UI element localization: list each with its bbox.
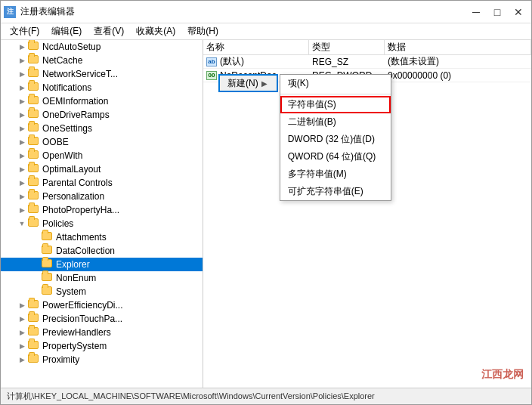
tree-item[interactable]: NonEnum <box>1 271 203 285</box>
tree-item-label: OneSettings <box>42 123 92 134</box>
minimize-button[interactable]: ─ <box>466 4 486 20</box>
tree-item-label: OptimalLayout <box>42 164 101 175</box>
status-path: 计算机\HKEY_LOCAL_MACHINE\SOFTWARE\Microsof… <box>7 391 375 402</box>
status-bar: 计算机\HKEY_LOCAL_MACHINE\SOFTWARE\Microsof… <box>1 388 531 404</box>
content-area: ▶NcdAutoSetup▶NetCache▶NetworkServiceT..… <box>1 40 531 388</box>
menu-item-文件[interactable]: 文件(F) <box>4 23 45 39</box>
submenu-item[interactable]: 多字符串值(M) <box>280 165 391 183</box>
tree-item-label: Policies <box>42 218 73 229</box>
folder-icon <box>28 164 40 175</box>
tree-item[interactable]: ▶OpenWith <box>1 149 203 162</box>
tree-item[interactable]: ▶OneSettings <box>1 122 203 135</box>
folder-icon <box>28 327 40 338</box>
folder-icon <box>28 69 40 79</box>
folder-icon <box>28 42 40 52</box>
window-title: 注册表编辑器 <box>20 5 75 18</box>
menu-item-收藏夹[interactable]: 收藏夹(A) <box>130 23 181 39</box>
submenu-item[interactable]: QWORD (64 位)值(Q) <box>280 148 391 165</box>
tree-item[interactable]: ▶Parental Controls <box>1 176 203 190</box>
tree-item[interactable]: ▶NetworkServiceT... <box>1 67 203 81</box>
tree-arrow-icon <box>29 245 42 257</box>
folder-icon <box>28 341 40 351</box>
folder-icon <box>28 178 40 188</box>
tree-item-label: Proximity <box>42 354 79 365</box>
tree-item-label: NcdAutoSetup <box>42 42 101 52</box>
tree-arrow-icon: ▶ <box>16 190 28 202</box>
tree-item[interactable]: ▶PhotoPropertyHa... <box>1 203 203 217</box>
cell-data: (数值未设置) <box>385 55 531 68</box>
menu-item-帮助[interactable]: 帮助(H) <box>181 23 224 39</box>
detail-row[interactable]: ab(默认)REG_SZ(数值未设置) <box>203 55 531 69</box>
new-button[interactable]: 新建(N) ▶ <box>218 74 278 92</box>
tree-item[interactable]: ▶PropertySystem <box>1 339 203 353</box>
submenu-item[interactable]: 字符串值(S) <box>280 96 391 113</box>
tree-item[interactable]: ▶Notifications <box>1 81 203 94</box>
tree-item[interactable]: ▶OptimalLayout <box>1 162 203 176</box>
reg-value-icon: ab <box>206 57 217 66</box>
submenu-item[interactable]: 项(K) <box>280 75 391 92</box>
tree-scroll[interactable]: ▶NcdAutoSetup▶NetCache▶NetworkServiceT..… <box>1 40 203 388</box>
tree-item[interactable]: ▶OOBE <box>1 135 203 149</box>
detail-panel: 名称 类型 数据 ab(默认)REG_SZ(数值未设置)00NoRecentDo… <box>203 40 531 388</box>
new-button-arrow: ▶ <box>261 79 268 88</box>
folder-icon <box>42 232 54 243</box>
tree-item[interactable]: ▶PrecisionTouchPa... <box>1 312 203 326</box>
col-header-data: 数据 <box>385 40 531 54</box>
tree-item[interactable]: ▶Personalization <box>1 190 203 203</box>
tree-item-label: Explorer <box>56 259 90 270</box>
cell-data: 0x00000000 (0) <box>385 70 531 81</box>
tree-arrow-icon: ▶ <box>16 204 28 216</box>
tree-arrow-icon: ▶ <box>16 299 28 311</box>
tree-item-label: Personalization <box>42 191 104 202</box>
title-left: 注 注册表编辑器 <box>4 5 75 18</box>
folder-icon <box>28 82 40 93</box>
title-bar: 注 注册表编辑器 ─ □ ✕ <box>1 1 531 23</box>
folder-icon <box>28 137 40 147</box>
tree-item-label: PreviewHandlers <box>42 327 111 338</box>
tree-arrow-icon: ▶ <box>16 340 28 352</box>
tree-item[interactable]: ▶PreviewHandlers <box>1 326 203 339</box>
tree-item[interactable]: ▶PowerEfficiencyDi... <box>1 298 203 312</box>
folder-icon <box>28 191 40 202</box>
value-name: (默认) <box>220 55 244 68</box>
submenu-item[interactable]: DWORD (32 位)值(D) <box>280 131 391 148</box>
tree-item[interactable]: ▼Policies <box>1 217 203 230</box>
tree-arrow-icon: ▶ <box>16 150 28 162</box>
menu-item-编辑[interactable]: 编辑(E) <box>45 23 88 39</box>
folder-icon <box>28 354 40 365</box>
tree-item[interactable]: ▶NcdAutoSetup <box>1 40 203 54</box>
detail-header: 名称 类型 数据 <box>203 40 531 55</box>
tree-item[interactable]: Attachments <box>1 230 203 244</box>
tree-arrow-icon <box>29 258 42 271</box>
tree-item[interactable]: ▶NetCache <box>1 54 203 67</box>
tree-item[interactable]: System <box>1 285 203 298</box>
reg-value-icon: 00 <box>206 71 217 80</box>
tree-item-label: Attachments <box>56 232 107 243</box>
tree-arrow-icon: ▶ <box>16 109 28 121</box>
folder-icon <box>42 286 54 297</box>
tree-item-label: OOBE <box>42 137 69 147</box>
tree-panel: ▶NcdAutoSetup▶NetCache▶NetworkServiceT..… <box>1 40 203 388</box>
tree-item[interactable]: ▶OEMInformation <box>1 94 203 108</box>
cell-type: REG_SZ <box>309 57 385 67</box>
tree-arrow-icon: ▶ <box>16 136 28 148</box>
folder-icon <box>42 273 54 283</box>
close-button[interactable]: ✕ <box>509 4 528 20</box>
tree-item[interactable]: DataCollection <box>1 244 203 258</box>
tree-item[interactable]: ▶Proximity <box>1 353 203 366</box>
menu-item-查看[interactable]: 查看(V) <box>88 23 130 39</box>
context-overlay: 新建(N) ▶ 项(K)字符串值(S)二进制值(B)DWORD (32 位)值(… <box>218 74 391 201</box>
tree-item[interactable]: ▶OneDriveRamps <box>1 108 203 122</box>
tree-item[interactable]: Explorer <box>1 258 203 271</box>
tree-arrow-icon <box>29 286 42 298</box>
submenu-item[interactable]: 二进制值(B) <box>280 113 391 131</box>
folder-icon <box>28 110 40 120</box>
folder-icon <box>28 218 40 229</box>
tree-arrow-icon: ▶ <box>16 122 28 134</box>
tree-item-label: Notifications <box>42 82 91 93</box>
submenu-item[interactable]: 可扩充字符串值(E) <box>280 183 391 200</box>
menu-bar: 文件(F)编辑(E)查看(V)收藏夹(A)帮助(H) <box>1 23 531 40</box>
watermark: 江西龙网 <box>481 368 524 382</box>
tree-arrow-icon: ▶ <box>16 354 28 366</box>
maximize-button[interactable]: □ <box>487 4 507 20</box>
